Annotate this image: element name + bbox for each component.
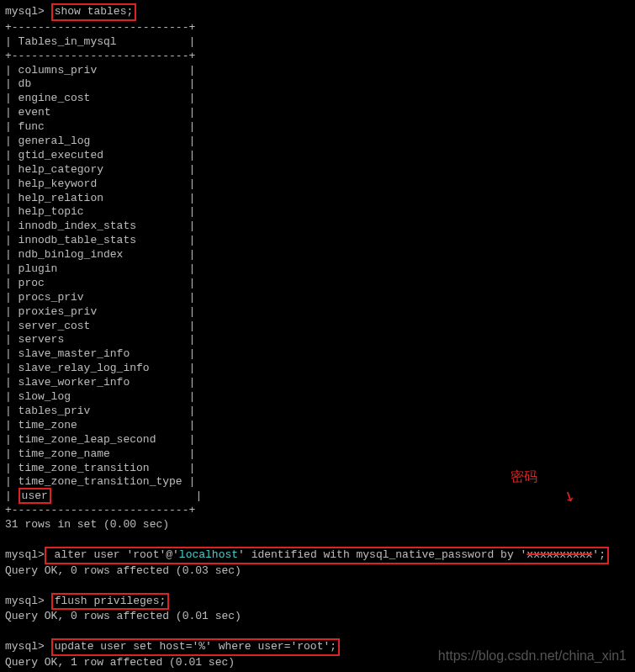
- password-annotation: 密码: [511, 468, 537, 486]
- mysql-prompt: mysql>: [5, 640, 45, 653]
- table-border-bottom: +---------------------------+: [5, 504, 195, 516]
- cmd-show-tables: show tables;: [51, 3, 137, 21]
- mysql-prompt: mysql>: [5, 5, 45, 18]
- alter-result: Query OK, 0 rows affected (0.03 sec): [5, 564, 241, 577]
- terminal-output: mysql> show tables; +-------------------…: [5, 3, 630, 672]
- redacted-password: xxxxxxxxxx: [527, 548, 592, 561]
- rows-count: 31 rows in set (0.00 sec): [5, 518, 169, 531]
- table-rows: | columns_priv | | db | | engine_cost | …: [5, 64, 195, 489]
- update-result-1: Query OK, 1 row affected (0.01 sec): [5, 656, 235, 669]
- watermark: https://blog.csdn.net/china_xin1: [438, 648, 627, 665]
- table-border-mid: +---------------------------+: [5, 50, 195, 62]
- localhost-keyword: localhost: [179, 548, 238, 561]
- cmd-update-user: update user set host='%' where user='roo…: [51, 638, 340, 656]
- mysql-prompt: mysql>: [5, 595, 45, 607]
- table-border-top: +---------------------------+: [5, 21, 195, 34]
- mysql-prompt: mysql>: [5, 548, 45, 561]
- cmd-alter-user: alter user 'root'@'localhost' identified…: [45, 547, 609, 564]
- user-table-row: user: [19, 488, 51, 504]
- table-header: Tables_in_mysql: [19, 35, 117, 48]
- cmd-flush-privileges-1: flush privileges;: [51, 593, 170, 611]
- flush-result-1: Query OK, 0 rows affected (0.01 sec): [5, 610, 241, 622]
